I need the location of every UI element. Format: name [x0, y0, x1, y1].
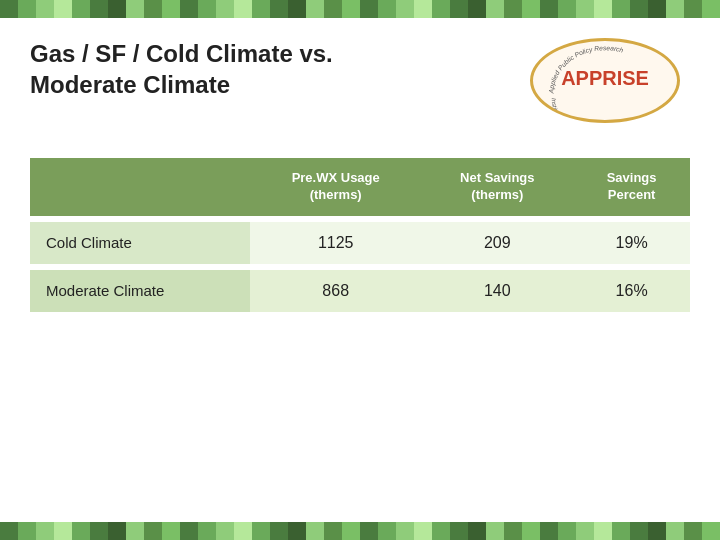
row-label-cold: Cold Climate	[30, 222, 250, 264]
cell-moderate-prewx: 868	[250, 270, 421, 312]
logo-container: Applied Public Policy Research APPRISE I…	[530, 38, 690, 128]
cell-moderate-savings-pct: 16%	[573, 270, 690, 312]
title-line1: Gas / SF / Cold Climate vs.	[30, 40, 333, 67]
logo-svg: Applied Public Policy Research APPRISE I…	[531, 41, 679, 120]
page-title: Gas / SF / Cold Climate vs. Moderate Cli…	[30, 38, 333, 100]
svg-text:Institute for Study and Evalua: Institute for Study and Evaluation	[551, 98, 616, 120]
title-line2: Moderate Climate	[30, 71, 230, 98]
footer-spacer	[30, 318, 690, 502]
top-border-pattern	[0, 0, 720, 18]
row-label-moderate: Moderate Climate	[30, 270, 250, 312]
cell-cold-savings-pct: 19%	[573, 222, 690, 264]
bottom-border-pattern	[0, 522, 720, 540]
cell-moderate-net-savings: 140	[421, 270, 573, 312]
svg-text:APPRISE: APPRISE	[561, 67, 649, 89]
table-row: Moderate Climate 868 140 16%	[30, 270, 690, 312]
header-empty	[30, 158, 250, 216]
header-prewx: Pre.WX Usage(therms)	[250, 158, 421, 216]
data-table: Pre.WX Usage(therms) Net Savings(therms)…	[30, 158, 690, 318]
cell-cold-prewx: 1125	[250, 222, 421, 264]
logo-circle: Applied Public Policy Research APPRISE I…	[530, 38, 680, 123]
cell-cold-net-savings: 209	[421, 222, 573, 264]
table-row: Cold Climate 1125 209 19%	[30, 222, 690, 264]
header-savings-percent: SavingsPercent	[573, 158, 690, 216]
table-header-row: Pre.WX Usage(therms) Net Savings(therms)…	[30, 158, 690, 216]
header-row: Gas / SF / Cold Climate vs. Moderate Cli…	[30, 38, 690, 128]
header-net-savings: Net Savings(therms)	[421, 158, 573, 216]
main-content: Gas / SF / Cold Climate vs. Moderate Cli…	[0, 18, 720, 522]
